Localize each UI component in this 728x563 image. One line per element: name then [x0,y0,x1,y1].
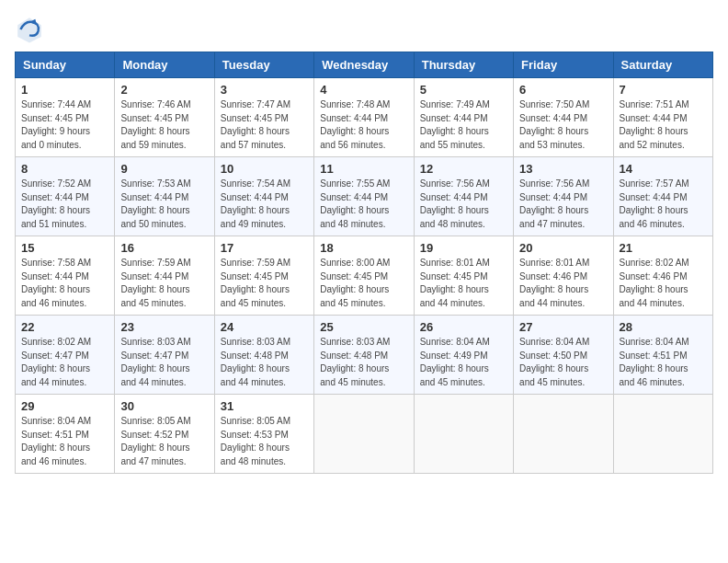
day-number: 31 [221,399,308,413]
day-detail: Sunrise: 8:03 AMSunset: 4:48 PMDaylight:… [221,336,308,389]
day-number: 21 [620,241,707,255]
calendar-header: SundayMondayTuesdayWednesdayThursdayFrid… [16,52,713,78]
day-number: 8 [21,162,108,176]
day-detail: Sunrise: 8:04 AMSunset: 4:50 PMDaylight:… [519,336,607,389]
calendar-cell: 22Sunrise: 8:02 AMSunset: 4:47 PMDayligh… [16,316,115,395]
day-detail: Sunrise: 8:00 AMSunset: 4:45 PMDaylight:… [320,257,407,310]
logo-icon [15,15,44,44]
weekday-header-row: SundayMondayTuesdayWednesdayThursdayFrid… [16,52,713,78]
day-number: 18 [320,241,407,255]
calendar-table: SundayMondayTuesdayWednesdayThursdayFrid… [15,52,713,474]
day-detail: Sunrise: 8:03 AMSunset: 4:48 PMDaylight:… [320,336,407,389]
calendar-cell [314,395,414,474]
weekday-tuesday: Tuesday [214,52,313,78]
day-number: 19 [420,241,507,255]
day-detail: Sunrise: 8:02 AMSunset: 4:46 PMDaylight:… [620,257,707,310]
day-number: 30 [120,399,208,413]
day-detail: Sunrise: 7:56 AMSunset: 4:44 PMDaylight:… [519,178,607,231]
day-detail: Sunrise: 7:59 AMSunset: 4:45 PMDaylight:… [221,257,308,310]
calendar-week-1: 1Sunrise: 7:44 AMSunset: 4:45 PMDaylight… [16,78,713,157]
weekday-monday: Monday [115,52,214,78]
day-detail: Sunrise: 7:51 AMSunset: 4:44 PMDaylight:… [620,98,707,152]
day-number: 16 [120,241,208,255]
calendar-cell: 30Sunrise: 8:05 AMSunset: 4:52 PMDayligh… [115,395,214,474]
day-detail: Sunrise: 7:57 AMSunset: 4:44 PMDaylight:… [620,178,707,231]
day-number: 15 [21,241,108,255]
day-detail: Sunrise: 8:01 AMSunset: 4:46 PMDaylight:… [519,257,607,310]
calendar-cell: 14Sunrise: 7:57 AMSunset: 4:44 PMDayligh… [613,157,712,236]
day-number: 3 [221,83,308,97]
day-number: 2 [120,83,208,97]
calendar-cell [514,395,613,474]
calendar-cell: 5Sunrise: 7:49 AMSunset: 4:44 PMDaylight… [414,78,513,157]
calendar-cell: 18Sunrise: 8:00 AMSunset: 4:45 PMDayligh… [314,236,414,316]
calendar-cell: 31Sunrise: 8:05 AMSunset: 4:53 PMDayligh… [214,395,313,474]
calendar-cell: 13Sunrise: 7:56 AMSunset: 4:44 PMDayligh… [514,157,613,236]
calendar-cell: 3Sunrise: 7:47 AMSunset: 4:45 PMDaylight… [214,78,313,157]
page-header [15,15,713,44]
day-detail: Sunrise: 7:48 AMSunset: 4:44 PMDaylight:… [320,98,407,152]
calendar-cell: 4Sunrise: 7:48 AMSunset: 4:44 PMDaylight… [314,78,414,157]
day-detail: Sunrise: 7:58 AMSunset: 4:44 PMDaylight:… [21,257,108,310]
calendar-cell [414,395,513,474]
calendar-week-5: 29Sunrise: 8:04 AMSunset: 4:51 PMDayligh… [16,395,713,474]
weekday-friday: Friday [514,52,613,78]
day-number: 27 [519,320,607,334]
weekday-saturday: Saturday [613,52,712,78]
day-number: 13 [519,162,607,176]
calendar-cell: 19Sunrise: 8:01 AMSunset: 4:45 PMDayligh… [414,236,513,316]
day-detail: Sunrise: 7:46 AMSunset: 4:45 PMDaylight:… [120,98,208,152]
calendar-cell: 24Sunrise: 8:03 AMSunset: 4:48 PMDayligh… [214,316,313,395]
day-detail: Sunrise: 8:03 AMSunset: 4:47 PMDaylight:… [120,336,208,389]
calendar-cell: 1Sunrise: 7:44 AMSunset: 4:45 PMDaylight… [16,78,115,157]
day-number: 28 [620,320,707,334]
day-detail: Sunrise: 7:50 AMSunset: 4:44 PMDaylight:… [519,98,607,152]
calendar-cell: 8Sunrise: 7:52 AMSunset: 4:44 PMDaylight… [16,157,115,236]
day-detail: Sunrise: 7:53 AMSunset: 4:44 PMDaylight:… [120,178,208,231]
day-number: 4 [320,83,407,97]
calendar-cell: 29Sunrise: 8:04 AMSunset: 4:51 PMDayligh… [16,395,115,474]
calendar-cell: 7Sunrise: 7:51 AMSunset: 4:44 PMDaylight… [613,78,712,157]
day-number: 9 [120,162,208,176]
day-detail: Sunrise: 7:54 AMSunset: 4:44 PMDaylight:… [221,178,308,231]
day-detail: Sunrise: 7:52 AMSunset: 4:44 PMDaylight:… [21,178,108,231]
day-number: 20 [519,241,607,255]
day-detail: Sunrise: 8:02 AMSunset: 4:47 PMDaylight:… [21,336,108,389]
calendar-cell: 6Sunrise: 7:50 AMSunset: 4:44 PMDaylight… [514,78,613,157]
day-number: 23 [120,320,208,334]
day-detail: Sunrise: 7:47 AMSunset: 4:45 PMDaylight:… [221,98,308,152]
calendar-cell: 21Sunrise: 8:02 AMSunset: 4:46 PMDayligh… [613,236,712,316]
calendar-cell: 23Sunrise: 8:03 AMSunset: 4:47 PMDayligh… [115,316,214,395]
day-number: 25 [320,320,407,334]
day-number: 29 [21,399,108,413]
logo [15,15,48,44]
day-detail: Sunrise: 8:04 AMSunset: 4:51 PMDaylight:… [620,336,707,389]
calendar-week-3: 15Sunrise: 7:58 AMSunset: 4:44 PMDayligh… [16,236,713,316]
calendar-cell: 20Sunrise: 8:01 AMSunset: 4:46 PMDayligh… [514,236,613,316]
day-number: 22 [21,320,108,334]
calendar-cell: 28Sunrise: 8:04 AMSunset: 4:51 PMDayligh… [613,316,712,395]
weekday-thursday: Thursday [414,52,513,78]
calendar-cell [613,395,712,474]
day-number: 6 [519,83,607,97]
day-number: 24 [221,320,308,334]
calendar-cell: 2Sunrise: 7:46 AMSunset: 4:45 PMDaylight… [115,78,214,157]
day-number: 26 [420,320,507,334]
calendar-cell: 16Sunrise: 7:59 AMSunset: 4:44 PMDayligh… [115,236,214,316]
day-number: 17 [221,241,308,255]
calendar-cell: 25Sunrise: 8:03 AMSunset: 4:48 PMDayligh… [314,316,414,395]
day-detail: Sunrise: 8:04 AMSunset: 4:49 PMDaylight:… [420,336,507,389]
calendar-cell: 15Sunrise: 7:58 AMSunset: 4:44 PMDayligh… [16,236,115,316]
calendar-week-4: 22Sunrise: 8:02 AMSunset: 4:47 PMDayligh… [16,316,713,395]
calendar-body: 1Sunrise: 7:44 AMSunset: 4:45 PMDaylight… [16,78,713,474]
calendar-cell: 10Sunrise: 7:54 AMSunset: 4:44 PMDayligh… [214,157,313,236]
day-detail: Sunrise: 7:49 AMSunset: 4:44 PMDaylight:… [420,98,507,152]
day-detail: Sunrise: 7:59 AMSunset: 4:44 PMDaylight:… [120,257,208,310]
day-detail: Sunrise: 7:55 AMSunset: 4:44 PMDaylight:… [320,178,407,231]
day-detail: Sunrise: 8:01 AMSunset: 4:45 PMDaylight:… [420,257,507,310]
day-number: 5 [420,83,507,97]
weekday-wednesday: Wednesday [314,52,414,78]
calendar-week-2: 8Sunrise: 7:52 AMSunset: 4:44 PMDaylight… [16,157,713,236]
day-detail: Sunrise: 8:05 AMSunset: 4:52 PMDaylight:… [120,415,208,468]
calendar-cell: 12Sunrise: 7:56 AMSunset: 4:44 PMDayligh… [414,157,513,236]
